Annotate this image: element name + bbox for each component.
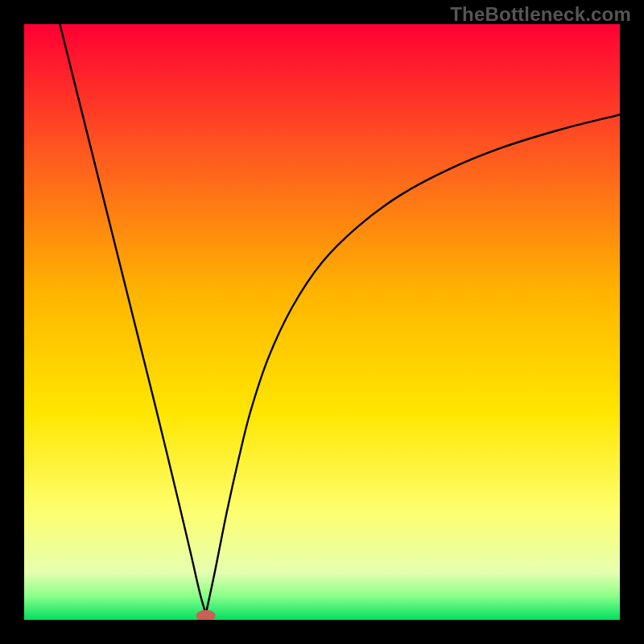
watermark-text: TheBottleneck.com [450,3,631,26]
chart-svg [24,24,620,620]
gradient-background [24,24,620,620]
chart-frame: TheBottleneck.com [0,0,644,644]
plot-area [24,24,620,620]
